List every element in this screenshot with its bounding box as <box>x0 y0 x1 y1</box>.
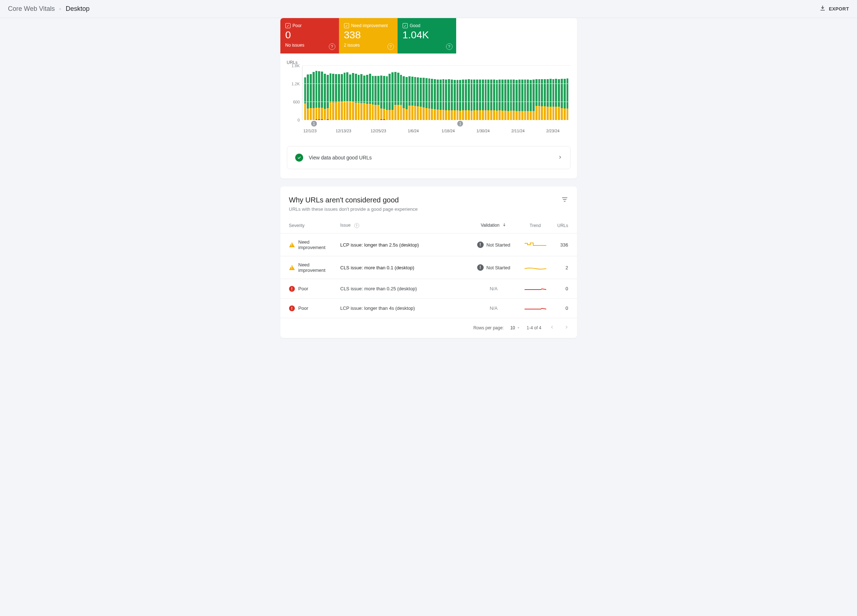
chart-bar[interactable] <box>422 78 425 120</box>
chart-bar[interactable] <box>493 80 495 120</box>
chart-bar[interactable] <box>544 79 546 120</box>
chart-bar[interactable] <box>439 80 442 120</box>
chart-bar[interactable] <box>310 74 312 120</box>
breadcrumb-parent[interactable]: Core Web Vitals <box>8 5 55 13</box>
chart-bar[interactable] <box>515 80 518 120</box>
chart-bar[interactable] <box>377 76 379 120</box>
table-row[interactable]: Need improvementCLS issue: more than 0.1… <box>280 256 577 279</box>
chart-bar[interactable] <box>555 79 557 120</box>
chart-bar[interactable] <box>335 74 337 120</box>
chart-bar[interactable] <box>355 74 357 120</box>
chart-bar[interactable] <box>360 74 362 120</box>
chart-bar[interactable] <box>454 80 456 120</box>
chart-bar[interactable] <box>358 75 360 120</box>
chart-bar[interactable] <box>504 80 506 120</box>
chart-bar[interactable] <box>420 78 422 120</box>
chart-bar[interactable] <box>456 80 459 120</box>
chart-annotation[interactable]: 1 <box>311 121 317 127</box>
chart-bar[interactable] <box>510 80 512 120</box>
chart-bar[interactable] <box>459 80 461 120</box>
chart-bar[interactable] <box>391 72 394 120</box>
chart-bar[interactable] <box>403 76 405 120</box>
table-row[interactable]: !PoorLCP issue: longer than 4s (desktop)… <box>280 299 577 318</box>
col-severity[interactable]: Severity <box>280 218 338 233</box>
chart-annotation[interactable]: 1 <box>457 121 463 127</box>
col-urls[interactable]: URLs <box>552 218 577 233</box>
chart-bar[interactable] <box>527 80 529 120</box>
tile-need-improvement[interactable]: ✓ Need improvement 338 2 issues ? <box>339 18 398 54</box>
col-validation[interactable]: Validation <box>469 218 519 233</box>
chart-bar[interactable] <box>518 80 521 120</box>
chart-bar[interactable] <box>532 80 535 120</box>
chart-bar[interactable] <box>400 75 402 120</box>
filter-icon[interactable] <box>561 196 568 212</box>
chart-bar[interactable] <box>431 79 433 120</box>
chart-bar[interactable] <box>471 80 473 120</box>
chart-bar[interactable] <box>473 80 475 120</box>
col-trend[interactable]: Trend <box>519 218 552 233</box>
chart-bar[interactable] <box>507 80 509 120</box>
chart-bar[interactable] <box>538 79 540 120</box>
chart-bar[interactable] <box>369 74 371 120</box>
chart-bar[interactable] <box>530 80 532 120</box>
chart-bar[interactable] <box>307 74 309 120</box>
chart-bar[interactable] <box>428 79 430 120</box>
chart-bar[interactable] <box>434 79 436 120</box>
chart-bar[interactable] <box>465 80 467 120</box>
chart-bar[interactable] <box>521 80 523 120</box>
chart-bar[interactable] <box>394 72 396 120</box>
chart-bar[interactable] <box>468 79 470 120</box>
chart-bar[interactable] <box>388 74 391 120</box>
good-urls-banner[interactable]: View data about good URLs <box>287 146 571 169</box>
chart-bar[interactable] <box>324 74 326 120</box>
chart-bar[interactable] <box>321 72 323 120</box>
chart-bar[interactable] <box>524 80 526 120</box>
chart-bar[interactable] <box>380 76 382 120</box>
chart-bar[interactable] <box>564 79 566 120</box>
chart-bar[interactable] <box>501 80 504 120</box>
chart-bar[interactable] <box>332 74 334 120</box>
chart-bar[interactable] <box>329 73 332 120</box>
chart-bar[interactable] <box>352 73 354 120</box>
chart-bar[interactable] <box>366 75 368 120</box>
chart-bar[interactable] <box>479 80 481 120</box>
chart-bar[interactable] <box>411 77 413 120</box>
chart-bar[interactable] <box>496 80 498 120</box>
col-issue[interactable]: Issue ? <box>338 218 469 233</box>
chart-bar[interactable] <box>476 80 478 120</box>
chart-bar[interactable] <box>338 74 340 120</box>
chart-bar[interactable] <box>397 73 399 120</box>
chart-bar[interactable] <box>547 79 549 120</box>
chart-bar[interactable] <box>346 72 348 120</box>
chart-bar[interactable] <box>513 80 515 120</box>
chart-bar[interactable] <box>552 79 555 120</box>
table-row[interactable]: !PoorCLS issue: more than 0.25 (desktop)… <box>280 279 577 299</box>
help-icon[interactable]: ? <box>446 43 453 50</box>
chart-bar[interactable] <box>535 79 538 120</box>
chart-bar[interactable] <box>318 71 320 120</box>
chart-bar[interactable] <box>408 76 411 120</box>
tile-poor[interactable]: ✓ Poor 0 No issues ? <box>280 18 339 54</box>
chart-bar[interactable] <box>425 78 428 120</box>
chart-bar[interactable] <box>561 79 563 120</box>
chart-bar[interactable] <box>462 80 464 120</box>
chart-bar[interactable] <box>566 79 569 120</box>
chart-bar[interactable] <box>549 79 552 120</box>
chart-bar[interactable] <box>498 80 501 120</box>
chart-bar[interactable] <box>541 79 543 120</box>
chart-bar[interactable] <box>445 80 447 120</box>
chart-bar[interactable] <box>341 74 343 120</box>
chart-bar[interactable] <box>451 80 453 120</box>
chart-bar[interactable] <box>482 80 484 120</box>
chart-bar[interactable] <box>442 79 445 120</box>
chart-bar[interactable] <box>490 80 492 120</box>
chart-bar[interactable] <box>386 76 388 120</box>
next-page-button[interactable] <box>563 323 571 332</box>
prev-page-button[interactable] <box>548 323 556 332</box>
chart-bar[interactable] <box>349 74 351 120</box>
chart-bar[interactable] <box>558 79 560 120</box>
chart-bar[interactable] <box>487 80 489 120</box>
chart-bar[interactable] <box>343 73 346 120</box>
chart-bar[interactable] <box>448 79 450 120</box>
help-icon[interactable]: ? <box>329 43 335 50</box>
